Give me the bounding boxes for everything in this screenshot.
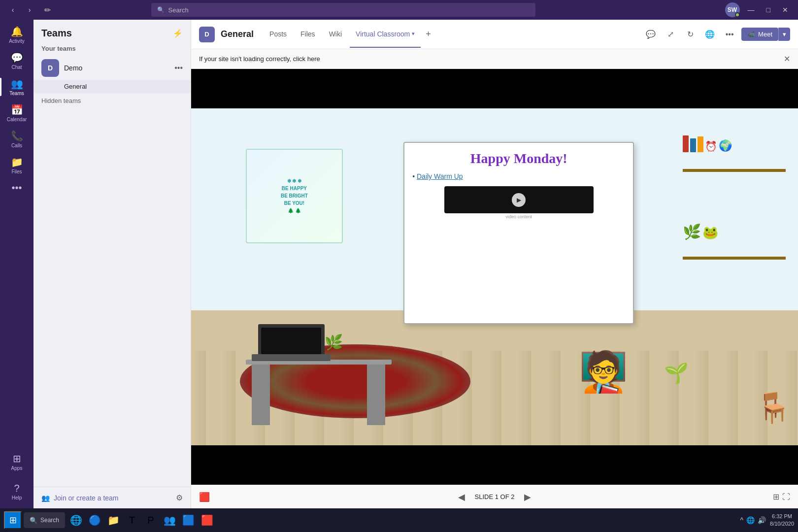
- sidebar-item-activity[interactable]: 🔔 Activity: [0, 22, 33, 48]
- meet-dropdown-button[interactable]: ▾: [778, 28, 790, 41]
- team-name: Demo: [64, 64, 169, 72]
- conversation-icon-button[interactable]: 💬: [643, 27, 659, 42]
- popout-icon-button[interactable]: ⤢: [663, 27, 678, 42]
- content-area: ❄ ❄ ❄ BE HAPPY BE BRIGHT BE YOU! 🌲 🌲: [191, 69, 798, 508]
- taskbar-search[interactable]: 🔍 Search: [24, 512, 65, 528]
- team-item-demo[interactable]: D Demo •••: [33, 56, 191, 80]
- join-team-button[interactable]: 👥 Join or create a team: [41, 494, 119, 502]
- notification-bar: If your site isn't loading correctly, cl…: [191, 49, 798, 69]
- channel-team-avatar: D: [199, 27, 215, 42]
- clock-icon: ⏰: [705, 140, 717, 152]
- hidden-teams-label: Hidden teams: [33, 93, 191, 108]
- slide-next-button[interactable]: ▶: [520, 490, 535, 504]
- globe-icon-button[interactable]: 🌐: [702, 27, 718, 42]
- green-plant-icon: 🌿: [683, 223, 701, 240]
- taskbar-network-icon[interactable]: 🌐: [746, 516, 755, 524]
- character: 🧑‍🏫: [579, 352, 628, 392]
- avatar[interactable]: SW: [725, 2, 740, 17]
- filter-button[interactable]: ⚡: [173, 29, 183, 38]
- shelf-items-bottom: 🌿 🐸: [683, 223, 786, 240]
- taskbar-app-chrome[interactable]: 🔵: [86, 511, 103, 529]
- your-teams-label: Your teams: [33, 43, 191, 56]
- taskbar-apps: 🌐 🔵 📁 T P 👥 🟦 🟥: [67, 511, 216, 529]
- play-button[interactable]: ▶: [512, 193, 526, 207]
- maximize-button[interactable]: □: [763, 6, 774, 14]
- nav-buttons: ‹ ›: [6, 3, 36, 17]
- taskbar-app-red[interactable]: 🟥: [198, 511, 216, 529]
- search-icon: 🔍: [157, 6, 165, 13]
- slide-view-controls: ⊞ ⛶: [773, 492, 790, 501]
- bonsai: 🌿: [325, 333, 343, 351]
- forward-button[interactable]: ›: [23, 3, 36, 17]
- start-button[interactable]: ⊞: [4, 511, 22, 529]
- search-bar: 🔍: [151, 3, 535, 17]
- slide-fullscreen-button[interactable]: ⛶: [782, 492, 790, 501]
- slide-container: ❄ ❄ ❄ BE HAPPY BE BRIGHT BE YOU! 🌲 🌲: [191, 108, 798, 445]
- taskbar-chevron-icon[interactable]: ^: [740, 516, 743, 524]
- notification-text: If your site isn't loading correctly, cl…: [199, 55, 320, 63]
- taskbar-app-teams-t[interactable]: T: [123, 511, 141, 529]
- minimize-button[interactable]: —: [744, 6, 759, 14]
- tab-posts[interactable]: Posts: [264, 21, 293, 48]
- slide-prev-button[interactable]: ◀: [454, 490, 469, 504]
- edit-button[interactable]: ✏: [40, 3, 54, 17]
- tab-files[interactable]: Files: [295, 21, 321, 48]
- poster-text: ❄ ❄ ❄ BE HAPPY BE BRIGHT BE YOU! 🌲 🌲: [281, 177, 308, 214]
- close-button[interactable]: ✕: [778, 6, 792, 14]
- tab-wiki[interactable]: Wiki: [323, 21, 348, 48]
- sidebar-item-files[interactable]: 📁 Files: [0, 152, 33, 178]
- sidebar-item-calendar[interactable]: 📅 Calendar: [0, 100, 33, 126]
- channel-item-general[interactable]: General: [33, 80, 191, 93]
- join-team-icon: 👥: [41, 494, 50, 502]
- help-icon: ?: [14, 483, 19, 494]
- black-bar-bottom: [191, 445, 798, 485]
- sidebar-item-teams[interactable]: 👥 Teams: [0, 74, 33, 100]
- shelf-items-top: ⏰ 🌍: [683, 135, 786, 152]
- taskbar-app-explorer[interactable]: 📁: [104, 511, 122, 529]
- sidebar-item-apps[interactable]: ⊞ Apps: [0, 449, 33, 475]
- taskbar-app-ppt[interactable]: P: [142, 511, 160, 529]
- sidebar-title: Teams: [41, 28, 72, 39]
- sidebar-item-chat[interactable]: 💬 Chat: [0, 48, 33, 74]
- calls-icon: 📞: [11, 130, 23, 142]
- app-layout: 🔔 Activity 💬 Chat 👥 Teams 📅 Calendar 📞 C…: [0, 20, 798, 508]
- refresh-icon-button[interactable]: ↻: [682, 27, 698, 42]
- team-more-button[interactable]: •••: [174, 64, 183, 72]
- taskbar: ⊞ 🔍 Search 🌐 🔵 📁 T P 👥 🟦 🟥 ^ 🌐 🔊 6:32 PM…: [0, 508, 798, 532]
- sidebar-settings-button[interactable]: ⚙: [176, 493, 183, 502]
- video-icon: 📹: [747, 31, 755, 38]
- team-avatar: D: [41, 59, 59, 77]
- sidebar-item-help[interactable]: ? Help: [0, 479, 33, 504]
- tab-virtual-classroom[interactable]: Virtual Classroom ▾: [350, 21, 421, 48]
- video-label: video content: [505, 214, 532, 219]
- sidebar-header: Teams ⚡: [33, 20, 191, 43]
- add-tab-button[interactable]: +: [423, 29, 434, 39]
- sidebar-item-more[interactable]: •••: [0, 178, 33, 198]
- back-button[interactable]: ‹: [6, 3, 20, 17]
- taskbar-system-icons: ^ 🌐 🔊: [740, 516, 766, 524]
- apps-icon: ⊞: [13, 453, 21, 465]
- more-actions-button[interactable]: •••: [722, 27, 737, 42]
- whiteboard: Happy Monday! • Daily Warm Up ▶ video co…: [403, 142, 634, 324]
- taskbar-app-teams2[interactable]: 👥: [161, 511, 178, 529]
- shelf-top: [683, 169, 786, 172]
- video-thumbnail[interactable]: ▶: [444, 186, 594, 213]
- meet-button[interactable]: 📹 Meet: [741, 28, 778, 41]
- notification-close-button[interactable]: ✕: [784, 54, 790, 64]
- daily-warm-up-link[interactable]: Daily Warm Up: [417, 172, 463, 180]
- teams-icon: 👥: [11, 78, 23, 90]
- taskbar-app-app1[interactable]: 🟦: [179, 511, 197, 529]
- search-input[interactable]: [168, 6, 530, 14]
- sidebar-item-calls[interactable]: 📞 Calls: [0, 126, 33, 152]
- meet-button-group: 📹 Meet ▾: [741, 28, 790, 41]
- chair: 🪑: [755, 390, 792, 425]
- taskbar-clock[interactable]: 6:32 PM 8/10/2020: [770, 513, 794, 528]
- chevron-down-icon: ▾: [412, 31, 415, 37]
- slide-grid-view-button[interactable]: ⊞: [773, 492, 779, 501]
- taskbar-app-edge[interactable]: 🌐: [67, 511, 85, 529]
- taskbar-volume-icon[interactable]: 🔊: [758, 516, 766, 524]
- header-tabs: Posts Files Wiki Virtual Classroom ▾ +: [264, 21, 434, 48]
- titlebar-right: SW — □ ✕: [725, 2, 792, 17]
- titlebar: ‹ › ✏ 🔍 SW — □ ✕: [0, 0, 798, 20]
- taskbar-right: ^ 🌐 🔊 6:32 PM 8/10/2020: [740, 513, 794, 528]
